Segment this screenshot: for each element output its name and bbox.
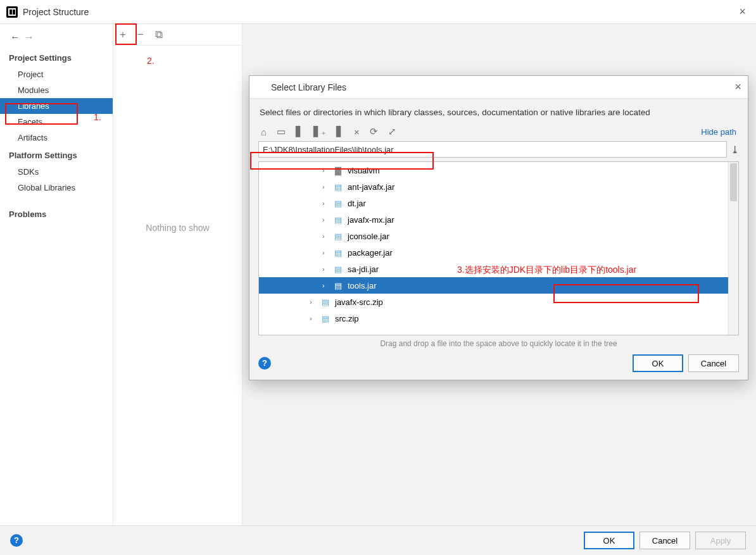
chevron-right-icon[interactable]: › bbox=[322, 199, 329, 207]
tree-item-label: ant-javafx.jar bbox=[348, 182, 394, 192]
chevron-right-icon[interactable]: › bbox=[310, 315, 316, 322]
app-icon bbox=[256, 82, 266, 92]
tree-item-label: sa-jdi.jar bbox=[348, 265, 379, 274]
chevron-right-icon[interactable]: › bbox=[322, 183, 329, 190]
file-tree: ›▇visualvm›▤ant-javafx.jar›▤dt.jar›▤java… bbox=[258, 161, 739, 335]
tree-row-packager-jar[interactable]: ›▤packager.jar bbox=[259, 244, 738, 261]
delete-icon[interactable]: × bbox=[354, 127, 360, 137]
home-icon[interactable]: ⌂ bbox=[261, 127, 267, 137]
tree-hint: Drag and drop a file into the space abov… bbox=[258, 335, 739, 349]
dialog-description: Select files or directories in which lib… bbox=[258, 99, 739, 125]
path-input[interactable] bbox=[258, 141, 727, 158]
scrollbar[interactable] bbox=[728, 162, 738, 335]
jar-icon: ▤ bbox=[334, 199, 343, 208]
jar-icon: ▤ bbox=[334, 281, 343, 290]
chevron-right-icon[interactable]: › bbox=[322, 166, 329, 174]
add-icon[interactable]: + bbox=[120, 28, 126, 41]
dialog-help-icon[interactable]: ? bbox=[258, 357, 271, 370]
chevron-right-icon[interactable]: › bbox=[322, 232, 329, 240]
folder-icon: ▇ bbox=[334, 166, 343, 175]
jar-icon: ▤ bbox=[334, 182, 343, 192]
tree-row-visualvm[interactable]: ›▇visualvm bbox=[259, 162, 738, 178]
sidebar-item-sdks[interactable]: SDKs bbox=[0, 164, 113, 180]
zip-icon: ▤ bbox=[321, 314, 330, 323]
close-icon[interactable]: × bbox=[735, 5, 750, 18]
dialog-footer: ? OK Cancel bbox=[249, 349, 748, 380]
tree-item-label: tools.jar bbox=[348, 281, 377, 290]
cancel-button[interactable]: Cancel bbox=[639, 532, 690, 549]
ok-button[interactable]: OK bbox=[584, 532, 634, 549]
app-icon bbox=[6, 6, 18, 18]
section-platform-settings: Platform Settings bbox=[0, 146, 113, 164]
copy-icon[interactable]: ⧉ bbox=[155, 28, 163, 41]
sidebar-item-artifacts[interactable]: Artifacts bbox=[0, 130, 113, 146]
sidebar-nav: ← → bbox=[0, 29, 113, 48]
folder2-icon[interactable]: ▋ bbox=[336, 126, 344, 137]
hide-path-link[interactable]: Hide path bbox=[701, 127, 736, 137]
sidebar-item-global-libraries[interactable]: Global Libraries bbox=[0, 180, 113, 196]
new-folder-icon[interactable]: ▋₊ bbox=[313, 126, 326, 137]
tree-row-javafx-src-zip[interactable]: ›▤javafx-src.zip bbox=[259, 294, 738, 310]
refresh-icon[interactable]: ⟳ bbox=[370, 126, 378, 137]
help-icon[interactable]: ? bbox=[10, 534, 23, 547]
annotation-2: 2. bbox=[147, 56, 154, 66]
tree-row-ant-javafx-jar[interactable]: ›▤ant-javafx.jar bbox=[259, 178, 738, 195]
titlebar: Project Structure × bbox=[0, 0, 756, 24]
annotation-1: 1. bbox=[94, 112, 101, 122]
back-icon[interactable]: ← bbox=[10, 32, 20, 43]
dialog-close-icon[interactable]: × bbox=[734, 80, 741, 94]
tree-item-label: jconsole.jar bbox=[348, 232, 389, 241]
chevron-right-icon[interactable]: › bbox=[322, 282, 329, 289]
library-toolbar: + − ⧉ bbox=[113, 24, 242, 46]
chevron-right-icon[interactable]: › bbox=[322, 265, 329, 273]
tree-item-label: dt.jar bbox=[348, 199, 366, 208]
tree-row-jconsole-jar[interactable]: ›▤jconsole.jar bbox=[259, 228, 738, 244]
tree-item-label: javafx-src.zip bbox=[335, 297, 383, 307]
jar-icon: ▤ bbox=[334, 232, 343, 241]
apply-button: Apply bbox=[695, 532, 746, 549]
empty-label: Nothing to show bbox=[113, 223, 242, 233]
folder-icon[interactable]: ▋ bbox=[296, 126, 303, 137]
zip-icon: ▤ bbox=[321, 297, 330, 307]
dialog-titlebar: Select Library Files × bbox=[249, 76, 748, 99]
chevron-right-icon[interactable]: › bbox=[322, 216, 329, 223]
dialog-cancel-button[interactable]: Cancel bbox=[688, 354, 739, 372]
annotation-3: 3.选择安装的JDK目录下的lib目录下的tools.jar bbox=[457, 265, 636, 276]
sidebar-item-modules[interactable]: Modules bbox=[0, 82, 113, 98]
tree-item-label: packager.jar bbox=[348, 248, 393, 258]
forward-icon[interactable]: → bbox=[24, 32, 34, 43]
section-problems[interactable]: Problems bbox=[0, 204, 113, 223]
tree-item-label: javafx-mx.jar bbox=[348, 215, 394, 225]
section-project-settings: Project Settings bbox=[0, 48, 113, 66]
window-title: Project Structure bbox=[23, 7, 735, 17]
dialog-body: Select files or directories in which lib… bbox=[249, 99, 748, 349]
remove-icon[interactable]: − bbox=[137, 28, 144, 41]
jar-icon: ▤ bbox=[334, 248, 343, 258]
chevron-right-icon[interactable]: › bbox=[322, 249, 329, 256]
tree-item-label: src.zip bbox=[335, 314, 359, 323]
tree-row-src-zip[interactable]: ›▤src.zip bbox=[259, 310, 738, 327]
tree-row-dt-jar[interactable]: ›▤dt.jar bbox=[259, 195, 738, 211]
path-row: ⤓ bbox=[258, 141, 739, 158]
dialog-title: Select Library Files bbox=[271, 82, 734, 92]
expand-icon[interactable]: ⤢ bbox=[388, 126, 396, 137]
history-icon[interactable]: ⤓ bbox=[731, 144, 739, 156]
library-list-panel: + − ⧉ Nothing to show bbox=[113, 24, 243, 525]
jar-icon: ▤ bbox=[334, 265, 343, 274]
chevron-right-icon[interactable]: › bbox=[310, 298, 316, 306]
tree-row-tools-jar[interactable]: ›▤tools.jar bbox=[259, 277, 738, 294]
jar-icon: ▤ bbox=[334, 215, 343, 225]
bottom-bar: ? OK Cancel Apply bbox=[0, 525, 756, 555]
tree-row-javafx-mx-jar[interactable]: ›▤javafx-mx.jar bbox=[259, 211, 738, 228]
select-library-dialog: Select Library Files × Select files or d… bbox=[249, 75, 748, 380]
dialog-ok-button[interactable]: OK bbox=[633, 354, 683, 372]
sidebar-item-project[interactable]: Project bbox=[0, 66, 113, 82]
desktop-icon[interactable]: ▭ bbox=[277, 126, 286, 137]
dialog-toolbar: ⌂ ▭ ▋ ▋₊ ▋ × ⟳ ⤢ Hide path bbox=[258, 125, 739, 141]
tree-item-label: visualvm bbox=[348, 166, 380, 175]
sidebar: ← → Project Settings Project Modules Lib… bbox=[0, 24, 113, 525]
